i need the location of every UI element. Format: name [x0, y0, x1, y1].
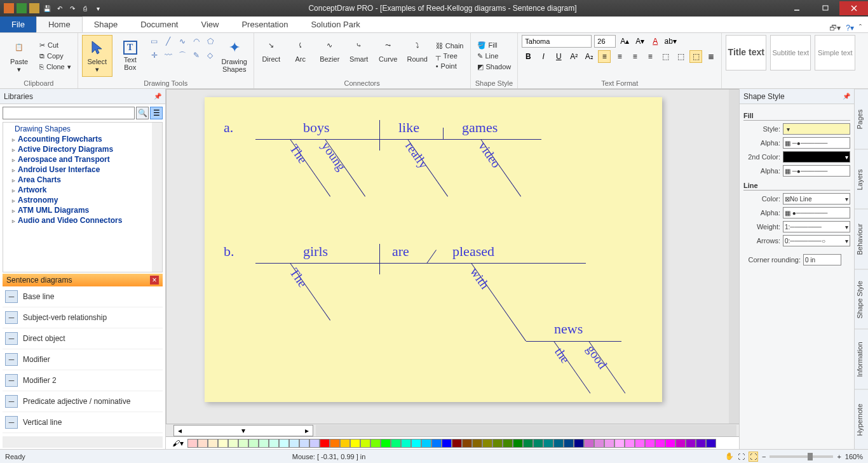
color-swatch[interactable]	[370, 439, 381, 448]
color-swatch[interactable]	[208, 439, 218, 448]
drawing-shapes-button[interactable]: ✦ Drawing Shapes	[219, 35, 250, 77]
page[interactable]: a. boys like games The young really vide…	[205, 97, 662, 402]
color-swatch[interactable]	[360, 439, 370, 448]
tab-file[interactable]: File	[0, 17, 36, 32]
qat-icon[interactable]	[4, 3, 14, 13]
textbox-button[interactable]: T Text Box	[115, 35, 146, 77]
valign-bottom-button[interactable]: ⬚	[689, 50, 702, 63]
tool-arc-icon[interactable]: ◠	[190, 35, 203, 48]
scrollbar[interactable]	[729, 90, 739, 424]
second-color-select[interactable]: ▾	[783, 151, 850, 163]
decrease-font-icon[interactable]: A▾	[634, 35, 646, 48]
scrollbar[interactable]	[316, 425, 736, 436]
color-swatch[interactable]	[543, 439, 553, 448]
qat-icon[interactable]	[17, 3, 27, 13]
qat-icon[interactable]: ⎙	[80, 3, 90, 13]
shadow-button[interactable]: ◩Shadow	[475, 62, 514, 72]
color-swatch[interactable]	[218, 439, 228, 448]
align-justify-button[interactable]: ≡	[644, 50, 656, 63]
side-tab[interactable]: Shape Style	[855, 269, 868, 330]
line-weight-select[interactable]: 1: ───────▾	[783, 221, 850, 232]
color-swatch[interactable]	[442, 439, 452, 448]
side-tab[interactable]: Pages	[855, 89, 868, 149]
color-swatch[interactable]	[625, 439, 635, 448]
close-button[interactable]	[839, 1, 868, 15]
color-swatch[interactable]	[523, 439, 533, 448]
color-swatch[interactable]	[340, 439, 350, 448]
minimize-button[interactable]	[782, 1, 811, 15]
search-icon[interactable]: 🔍	[136, 107, 149, 119]
style-title-thumb[interactable]: Title text	[726, 35, 766, 70]
tab-shape[interactable]: Shape	[83, 17, 130, 32]
connector-direct-button[interactable]: ↘Direct	[258, 35, 285, 63]
color-swatch[interactable]	[645, 439, 655, 448]
color-swatch[interactable]	[259, 439, 269, 448]
line-alpha-slider[interactable]: ▦ ●───────	[783, 207, 850, 218]
zoom-slider[interactable]	[770, 455, 833, 458]
color-swatch[interactable]	[421, 439, 431, 448]
library-item[interactable]: ATM UML Diagrams	[4, 205, 161, 215]
tool-free-icon[interactable]: ✎	[190, 49, 203, 62]
tool-curve-icon[interactable]: ∿	[176, 35, 189, 48]
color-swatch[interactable]	[279, 439, 289, 448]
style-simple-thumb[interactable]: Simple text	[815, 35, 855, 70]
shape-item[interactable]: ─Subject-verb relationship	[3, 307, 163, 328]
tab-document[interactable]: Document	[129, 17, 189, 32]
connector-tree-button[interactable]: ┬Tree	[433, 51, 466, 60]
side-tab[interactable]: Behaviour	[855, 209, 868, 269]
color-swatch[interactable]	[401, 439, 411, 448]
superscript-button[interactable]: A²	[567, 50, 580, 63]
library-tree[interactable]: Drawing ShapesAccounting FlowchartsActiv…	[3, 122, 163, 272]
color-swatch[interactable]	[411, 439, 421, 448]
align-right-button[interactable]: ≡	[628, 50, 641, 63]
second-alpha-slider[interactable]: ▦ ─●──────	[783, 165, 850, 177]
connector-chain-button[interactable]: ⛓Chain	[433, 41, 466, 50]
library-item[interactable]: Audio and Video Connectors	[4, 215, 161, 225]
color-swatch[interactable]	[309, 439, 320, 448]
library-item[interactable]: Astronomy	[4, 195, 161, 205]
color-swatch[interactable]	[655, 439, 665, 448]
shape-item[interactable]: ─Modifier	[3, 349, 163, 370]
side-tab[interactable]: Layers	[855, 149, 868, 210]
library-item[interactable]: Aerospace and Transport	[4, 154, 161, 164]
corner-rounding-input[interactable]: 0 in	[803, 254, 841, 265]
underline-button[interactable]: U	[552, 50, 565, 63]
side-tab[interactable]: Information	[855, 329, 868, 389]
shape-item[interactable]: ─Vertical line	[3, 412, 163, 433]
color-swatch[interactable]	[675, 439, 686, 448]
cut-button[interactable]: ✂Cut	[37, 41, 74, 50]
list-view-icon[interactable]: ☰	[150, 107, 163, 119]
library-item[interactable]: Drawing Shapes	[4, 124, 161, 134]
color-swatch[interactable]	[269, 439, 279, 448]
collapse-ribbon-icon[interactable]: ˆ	[859, 23, 862, 32]
font-color-icon[interactable]: A	[649, 35, 661, 48]
color-swatch[interactable]	[696, 439, 706, 448]
color-swatch[interactable]	[553, 439, 564, 448]
color-swatch[interactable]	[604, 439, 614, 448]
pin-icon[interactable]: 📌	[843, 93, 850, 100]
shape-item[interactable]: ─Predicate adjective / nominative	[3, 391, 163, 412]
tool-bezier-icon[interactable]: ⌒	[176, 49, 189, 62]
scrollbar[interactable]	[3, 436, 163, 448]
canvas[interactable]: a. boys like games The young really vide…	[166, 89, 739, 424]
color-swatch[interactable]	[635, 439, 645, 448]
style-subtitle-thumb[interactable]: Subtitle text	[770, 35, 811, 70]
color-swatch[interactable]	[614, 439, 625, 448]
color-swatch[interactable]	[686, 439, 696, 448]
library-item[interactable]: Android User Interface	[4, 164, 161, 175]
tool-poly-icon[interactable]: ⬠	[204, 35, 217, 48]
page-tab-scroller[interactable]: ◂▾▸	[173, 425, 313, 436]
color-swatch[interactable]	[472, 439, 482, 448]
library-item[interactable]: Artwork	[4, 185, 161, 195]
connector-point-button[interactable]: •Point	[433, 62, 466, 70]
scrollbar[interactable]	[152, 123, 162, 272]
tool-line-icon[interactable]: ╱	[162, 35, 175, 48]
zoom-out-icon[interactable]: −	[762, 453, 766, 460]
color-swatch[interactable]	[574, 439, 584, 448]
connector-bezier-button[interactable]: ∿Bezier	[316, 35, 343, 63]
color-swatch[interactable]	[187, 439, 198, 448]
color-swatch[interactable]	[431, 439, 442, 448]
zoom-in-icon[interactable]: +	[837, 453, 841, 460]
clone-button[interactable]: ⎘Clone▾	[37, 62, 74, 72]
color-swatch[interactable]	[452, 439, 462, 448]
